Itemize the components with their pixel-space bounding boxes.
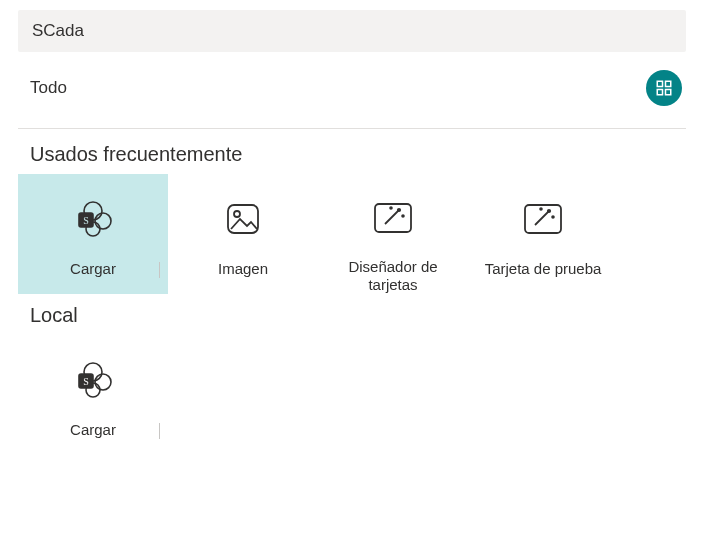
svg-rect-16	[525, 205, 561, 233]
webpart-picker-panel: Todo Usados frecuentemente	[0, 0, 704, 540]
wand-icon	[371, 196, 415, 240]
sharepoint-icon: S	[71, 196, 115, 242]
search-input[interactable]	[18, 10, 686, 52]
svg-line-17	[535, 211, 549, 225]
svg-point-19	[540, 208, 542, 210]
tile-label: Cargar	[18, 260, 168, 278]
filter-row: Todo	[0, 52, 704, 128]
section-frequent-title: Usados frecuentemente	[30, 143, 704, 166]
tile-disenador-tarjetas[interactable]: Diseñador de tarjetas	[318, 174, 468, 294]
frequent-tiles: S Cargar Imagen	[18, 174, 704, 294]
svg-line-12	[385, 210, 399, 224]
svg-point-20	[552, 216, 554, 218]
grid-icon	[655, 79, 673, 97]
svg-point-22	[95, 374, 111, 390]
section-local: Local S Cargar	[0, 304, 704, 455]
section-local-title: Local	[30, 304, 704, 327]
svg-point-10	[234, 211, 240, 217]
filter-label[interactable]: Todo	[30, 78, 67, 98]
svg-rect-0	[657, 81, 662, 86]
section-frequent: Usados frecuentemente S Cargar	[0, 143, 704, 294]
divider	[18, 128, 686, 129]
svg-text:S: S	[83, 215, 89, 226]
tile-cargar[interactable]: S Cargar	[18, 174, 168, 294]
svg-rect-11	[375, 204, 411, 232]
tile-label: Imagen	[168, 260, 318, 278]
picture-icon	[223, 196, 263, 242]
svg-point-14	[390, 207, 392, 209]
svg-rect-3	[666, 90, 671, 95]
svg-point-5	[95, 213, 111, 229]
svg-point-18	[548, 210, 550, 212]
svg-rect-9	[228, 205, 258, 233]
grid-view-button[interactable]	[646, 70, 682, 106]
tile-cargar-local[interactable]: S Cargar	[18, 335, 168, 455]
sharepoint-icon: S	[71, 357, 115, 403]
svg-point-13	[398, 209, 400, 211]
local-tiles: S Cargar	[18, 335, 704, 455]
tile-label: Tarjeta de prueba	[468, 260, 618, 278]
wand-icon	[521, 196, 565, 242]
tile-imagen[interactable]: Imagen	[168, 174, 318, 294]
svg-rect-2	[657, 90, 662, 95]
tile-tarjeta-prueba[interactable]: Tarjeta de prueba	[468, 174, 618, 294]
svg-text:S: S	[83, 376, 89, 387]
svg-rect-1	[666, 81, 671, 86]
search-wrap	[0, 10, 704, 52]
tile-label: Cargar	[18, 421, 168, 439]
svg-point-15	[402, 215, 404, 217]
tile-label: Diseñador de tarjetas	[318, 258, 468, 294]
